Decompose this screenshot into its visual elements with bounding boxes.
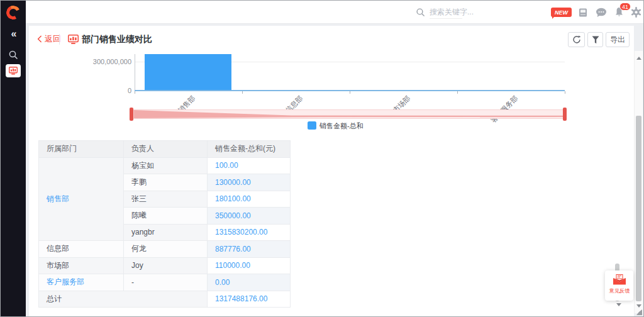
refresh-icon: [572, 35, 581, 44]
search-input[interactable]: 搜索关键字...: [430, 1, 474, 24]
person-cell: yangbr: [124, 224, 208, 241]
feedback-envelope-icon: [613, 274, 626, 285]
scroll-up-arrow-icon[interactable]: [636, 54, 641, 60]
person-cell: 何龙: [124, 241, 208, 258]
inner-scroll-down-arrow-icon[interactable]: [616, 303, 621, 309]
filter-funnel-icon: [592, 36, 599, 44]
resize-corner-icon: [636, 309, 642, 315]
amount-link[interactable]: 350000.00: [208, 208, 291, 225]
topbar: 搜索关键字... NEW 41 龙: [26, 1, 643, 24]
sidebar-search-icon[interactable]: [8, 50, 19, 63]
page-title: 部门销售业绩对比: [82, 34, 152, 45]
amount-link[interactable]: 100.00: [208, 157, 291, 174]
amount-link[interactable]: 110000.00: [208, 257, 291, 274]
dept-link-customer-service[interactable]: 客户服务部: [39, 274, 124, 291]
yaxis-tick-label: 300,000,000: [69, 58, 131, 65]
amount-link[interactable]: 0.00: [208, 274, 291, 291]
yaxis-tick-label: 0: [69, 87, 131, 94]
xaxis-tick: [242, 91, 243, 94]
sidebar-collapse-button[interactable]: «: [1, 28, 26, 40]
xaxis-tick: [135, 91, 135, 94]
person-cell: 杨宝如: [124, 157, 208, 174]
table-total-row: 总计 1317488176.00: [39, 291, 291, 308]
person-cell: 陈曦: [124, 208, 208, 225]
amount-link[interactable]: 1315830200.00: [208, 224, 291, 241]
summary-table: 所属部门 负责人 销售金额-总和(元) 销售部 杨宝如 100.00 李鹏 13…: [38, 140, 291, 308]
xaxis-tick: [457, 91, 458, 94]
yaxis-line: [135, 54, 135, 91]
feedback-button[interactable]: 意见反馈: [605, 270, 633, 301]
back-button[interactable]: 返回: [37, 33, 61, 45]
datazoom-shadow: [134, 110, 565, 118]
table-header-row: 所属部门 负责人 销售金额-总和(元): [39, 141, 291, 158]
datazoom-right-handle[interactable]: [563, 108, 567, 121]
notebook-icon[interactable]: [578, 1, 588, 24]
export-button[interactable]: 导出: [606, 32, 630, 47]
total-label-cell: 总计: [39, 291, 208, 308]
header-divider: [59, 34, 60, 45]
datazoom-slider[interactable]: [133, 109, 566, 119]
bi-dashboard-icon: [9, 67, 18, 75]
col-header-dept: 所属部门: [39, 141, 124, 158]
person-cell: 李鹏: [124, 174, 208, 191]
dept-cell: 市场部: [39, 257, 124, 274]
xaxis-tick: [565, 91, 565, 94]
table-row: 市场部 Joy 110000.00: [39, 257, 291, 274]
person-cell: -: [124, 274, 208, 291]
sidebar-item-bi-active[interactable]: [6, 64, 21, 77]
legend-swatch[interactable]: [308, 121, 316, 130]
settings-gear-icon[interactable]: [631, 1, 641, 24]
new-badge: NEW: [551, 8, 572, 17]
table-row: 销售部 杨宝如 100.00: [39, 157, 291, 174]
amount-link[interactable]: 180100.00: [208, 191, 291, 208]
report-panel: 返回 部门销售业绩对比 导出 300,000,000 0: [29, 26, 634, 317]
legend-label[interactable]: 销售金额-总和: [319, 121, 364, 131]
scrollbar-thumb[interactable]: [636, 116, 641, 301]
app-logo-icon: [4, 4, 22, 21]
notification-count-badge: 41: [619, 3, 631, 11]
vertical-scrollbar[interactable]: [634, 51, 643, 313]
table-row: 信息部 何龙 887776.00: [39, 241, 291, 258]
amount-link[interactable]: 130000.00: [208, 174, 291, 191]
bar-sales-dept[interactable]: [145, 54, 231, 91]
xaxis-tick: [350, 91, 350, 94]
datazoom-left-handle[interactable]: [130, 108, 133, 121]
app-window: « 搜索关键字... NEW 41: [0, 0, 644, 317]
dept-link-sales[interactable]: 销售部: [39, 157, 124, 241]
report-type-icon: [68, 35, 79, 47]
refresh-button[interactable]: [568, 32, 585, 47]
search-underline: [430, 18, 462, 19]
feedback-label: 意见反馈: [609, 287, 630, 295]
col-header-amount: 销售金额-总和(元): [208, 141, 291, 158]
col-header-person: 负责人: [124, 141, 208, 158]
filter-button[interactable]: [587, 32, 603, 47]
search-icon: [416, 8, 426, 20]
dept-cell: 信息部: [39, 241, 124, 258]
total-amount-link[interactable]: 1317488176.00: [208, 291, 291, 308]
chat-icon[interactable]: [596, 1, 607, 24]
sidebar: «: [1, 1, 26, 316]
table-row: 客户服务部 - 0.00: [39, 274, 291, 291]
person-cell: Joy: [124, 257, 208, 274]
person-cell: 张三: [124, 191, 208, 208]
amount-link[interactable]: 887776.00: [208, 241, 291, 258]
back-arrow-icon: [37, 35, 42, 43]
